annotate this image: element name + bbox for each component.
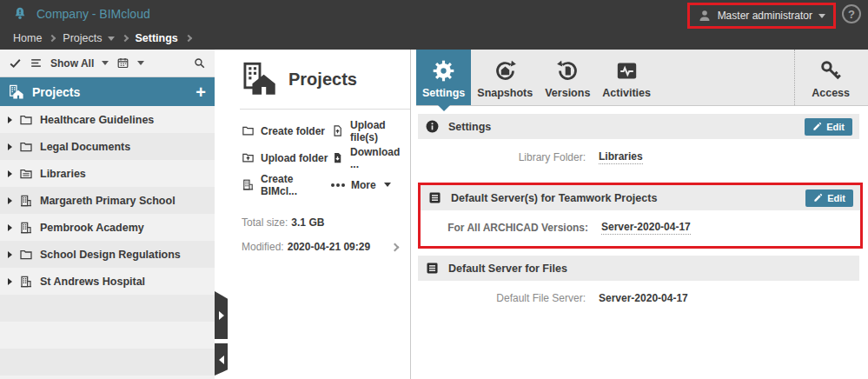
file-server-value[interactable]: Server-2020-04-17 bbox=[599, 292, 688, 304]
user-menu[interactable]: Master administrator bbox=[687, 3, 836, 29]
folder-icon bbox=[19, 140, 33, 154]
folder-icon bbox=[19, 113, 33, 127]
upload-folder-button[interactable]: Upload folder bbox=[242, 144, 331, 171]
section-header: Default Server for Files bbox=[418, 256, 859, 281]
tree-item-st-andrews-hospital[interactable]: St Andrews Hospital bbox=[0, 268, 215, 295]
arrow-left-icon bbox=[219, 356, 224, 364]
search-icon[interactable] bbox=[193, 57, 206, 70]
file-upload-icon bbox=[331, 124, 344, 137]
tree-item-school-design-regulations[interactable]: School Design Regulations bbox=[0, 241, 215, 268]
section-title: Default Server for Files bbox=[448, 263, 567, 275]
gear-icon bbox=[432, 59, 455, 83]
server-icon bbox=[427, 190, 442, 205]
edit-settings-button[interactable]: Edit bbox=[805, 118, 852, 136]
section-default-teamwork-servers: Default Server(s) for Teamwork Projects … bbox=[421, 185, 860, 246]
pencil-icon bbox=[812, 122, 822, 131]
section-title: Settings bbox=[448, 121, 491, 133]
modified-row[interactable]: Modified: 2020-04-21 09:29 bbox=[242, 235, 398, 259]
chevron-down-icon[interactable] bbox=[108, 37, 115, 41]
create-bimcloud-button[interactable]: Create BIMcl... bbox=[242, 171, 331, 198]
help-button[interactable]: ? bbox=[842, 4, 861, 23]
breadcrumb-settings[interactable]: Settings bbox=[136, 32, 178, 44]
breadcrumb-projects[interactable]: Projects bbox=[63, 32, 102, 44]
edit-label: Edit bbox=[826, 122, 845, 132]
notification-bell-icon[interactable] bbox=[12, 6, 28, 22]
action-label: Create folder bbox=[261, 125, 325, 137]
tab-access[interactable]: Access bbox=[794, 50, 866, 105]
tab-settings[interactable]: Settings bbox=[416, 50, 471, 105]
tab-activities[interactable]: Activities bbox=[596, 50, 657, 105]
app-header: Company - BIMcloud Master administrator … bbox=[0, 0, 868, 50]
building-icon bbox=[242, 178, 255, 191]
building-icon bbox=[19, 275, 33, 289]
expand-caret-icon[interactable] bbox=[8, 251, 12, 258]
tab-bar: Settings Snapshots Versions Activities bbox=[416, 50, 868, 106]
action-label: Download ... bbox=[350, 146, 400, 170]
chevron-down-icon[interactable] bbox=[137, 61, 144, 65]
expand-caret-icon[interactable] bbox=[8, 224, 12, 231]
show-all-filter[interactable]: Show All bbox=[50, 57, 94, 70]
upload-files-button[interactable]: Upload file(s) bbox=[331, 117, 400, 144]
tree-item-margareth-primary-school[interactable]: Margareth Primary School bbox=[0, 187, 215, 214]
tab-label: Settings bbox=[422, 87, 465, 99]
library-folder-link[interactable]: Libraries bbox=[599, 150, 643, 164]
tree-item-pembrook-academy[interactable]: Pembrook Academy bbox=[0, 214, 215, 241]
panel-title: Projects bbox=[32, 85, 80, 99]
projects-icon bbox=[242, 61, 278, 97]
total-size-label: Total size: bbox=[242, 216, 288, 229]
chevron-right-icon bbox=[121, 35, 128, 42]
tree-item-healthcare-guidelines[interactable]: Healthcare Guidelines bbox=[0, 106, 215, 133]
annotation-highlight-box: Default Server(s) for Teamwork Projects … bbox=[418, 183, 863, 249]
tree-item-legal-documents[interactable]: Legal Documents bbox=[0, 133, 215, 160]
chevron-right-icon[interactable] bbox=[391, 243, 400, 251]
breadcrumb-home[interactable]: Home bbox=[13, 32, 42, 44]
projects-sidebar: Show All Projects + Healthcare Guideline… bbox=[0, 50, 215, 379]
action-label: Create BIMcl... bbox=[261, 173, 331, 197]
tab-snapshots[interactable]: Snapshots bbox=[471, 50, 539, 105]
chevron-right-icon bbox=[185, 35, 192, 42]
edit-label: Edit bbox=[827, 193, 845, 203]
breadcrumb: Home Projects Settings bbox=[0, 27, 868, 50]
add-project-button[interactable]: + bbox=[195, 83, 206, 101]
library-folder-row: Library Folder: Libraries bbox=[418, 139, 859, 177]
edit-teamwork-servers-button[interactable]: Edit bbox=[805, 190, 853, 207]
total-size-row: Total size: 3.1 GB bbox=[242, 210, 398, 235]
server-icon bbox=[425, 261, 440, 276]
user-menu-label: Master administrator bbox=[718, 10, 812, 22]
action-label: Upload folder bbox=[261, 152, 328, 164]
chevron-right-icon bbox=[49, 35, 56, 42]
tree-item-label: Pembrook Academy bbox=[40, 222, 144, 234]
more-button[interactable]: More bbox=[331, 171, 400, 198]
archicad-versions-row: For All ARCHICAD Versions: Server-2020-0… bbox=[421, 210, 860, 246]
building-icon bbox=[19, 221, 33, 235]
tree-item-libraries[interactable]: Libraries bbox=[0, 160, 215, 187]
details-title-label: Projects bbox=[288, 70, 357, 90]
create-folder-button[interactable]: Create folder bbox=[242, 117, 331, 144]
download-button[interactable]: Download ... bbox=[331, 144, 400, 171]
details-panel: Projects Create folder Upload file(s) Up… bbox=[228, 50, 411, 379]
expand-caret-icon[interactable] bbox=[8, 116, 12, 123]
empty-rows bbox=[0, 295, 215, 379]
default-file-server-row: Default File Server: Server-2020-04-17 bbox=[418, 281, 859, 317]
calendar-filter-icon[interactable] bbox=[116, 57, 129, 70]
expand-caret-icon[interactable] bbox=[8, 170, 12, 177]
section-default-file-server: Default Server for Files Default File Se… bbox=[418, 256, 859, 317]
teamwork-server-link[interactable]: Server-2020-04-17 bbox=[601, 221, 691, 235]
expand-panel-handle[interactable] bbox=[215, 291, 228, 339]
bimcloud-app: Company - BIMcloud Master administrator … bbox=[0, 0, 868, 379]
collapse-panel-handle[interactable] bbox=[215, 343, 228, 376]
chevron-down-icon[interactable] bbox=[102, 61, 109, 65]
main-area: Show All Projects + Healthcare Guideline… bbox=[0, 50, 868, 379]
expand-caret-icon[interactable] bbox=[8, 197, 12, 204]
expand-caret-icon[interactable] bbox=[8, 278, 12, 285]
modified-value: 2020-04-21 09:29 bbox=[288, 241, 370, 253]
list-view-icon[interactable] bbox=[30, 57, 43, 70]
expand-caret-icon[interactable] bbox=[8, 143, 12, 150]
tree-item-label: Margareth Primary School bbox=[40, 195, 176, 207]
tree-item-label: Libraries bbox=[40, 168, 86, 180]
version-restore-icon bbox=[556, 59, 580, 83]
multiselect-check-icon[interactable] bbox=[9, 57, 22, 70]
projects-tree: Healthcare Guidelines Legal Documents Li… bbox=[0, 106, 215, 295]
chevron-down-icon bbox=[818, 14, 825, 18]
tab-versions[interactable]: Versions bbox=[539, 50, 596, 105]
